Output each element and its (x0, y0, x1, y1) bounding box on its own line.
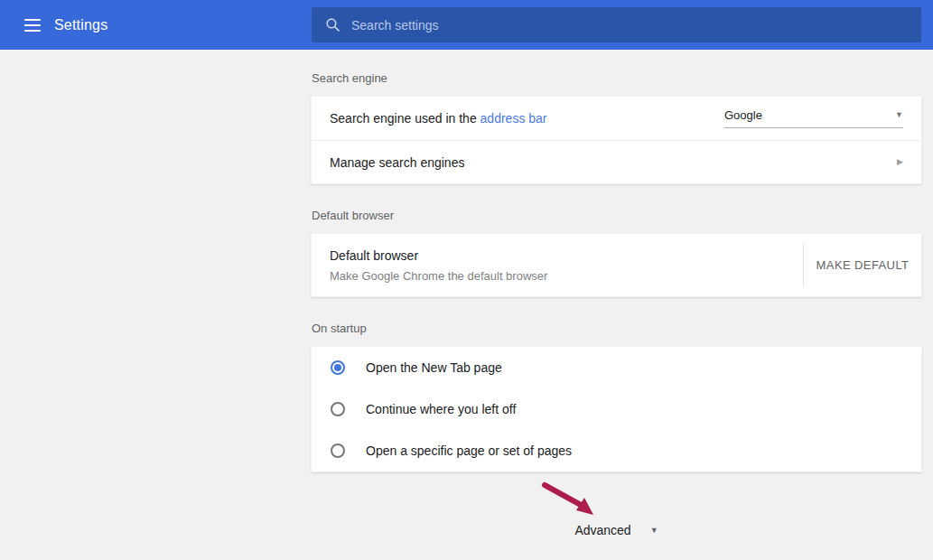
hamburger-menu-icon[interactable] (24, 19, 41, 32)
radio-label: Open the New Tab page (366, 360, 502, 375)
section-heading-default-browser: Default browser (311, 209, 922, 222)
radio-button-icon[interactable] (331, 360, 345, 375)
row-manage-search-engines[interactable]: Manage search engines ▶ (312, 140, 921, 183)
search-settings-input[interactable] (351, 18, 857, 33)
settings-toolbar: Settings (0, 0, 933, 50)
settings-content: Search engine Search engine used in the … (311, 50, 922, 537)
radio-option-continue-left-off[interactable]: Continue where you left off (312, 388, 921, 430)
row-label: Manage search engines (330, 155, 464, 170)
radio-label: Open a specific page or set of pages (366, 443, 572, 458)
radio-option-open-specific-pages[interactable]: Open a specific page or set of pages (312, 430, 921, 471)
chevron-down-icon: ▼ (650, 527, 658, 535)
radio-label: Continue where you left off (366, 402, 516, 416)
advanced-label: Advanced (574, 523, 630, 537)
default-browser-card: Default browser Make Google Chrome the d… (311, 233, 922, 297)
search-engine-card: Search engine used in the address bar Go… (311, 96, 922, 184)
row-search-engine-address-bar[interactable]: Search engine used in the address bar Go… (312, 97, 921, 140)
make-default-button[interactable]: MAKE DEFAULT (804, 258, 921, 272)
section-default-browser: Default browser Default browser Make Goo… (311, 209, 922, 297)
search-icon (325, 17, 341, 33)
row-default-browser: Default browser Make Google Chrome the d… (312, 234, 921, 296)
settings-search-box[interactable] (312, 7, 921, 42)
default-browser-text: Default browser Make Google Chrome the d… (330, 248, 547, 283)
subpage-arrow-icon: ▶ (897, 158, 903, 166)
address-bar-link[interactable]: address bar (480, 111, 547, 126)
section-search-engine: Search engine Search engine used in the … (311, 71, 922, 184)
annotation-arrow (527, 478, 609, 525)
dropdown-selected-value: Google (724, 108, 762, 122)
row-label: Search engine used in the address bar (330, 111, 547, 126)
chevron-down-icon: ▼ (895, 111, 903, 119)
page-title: Settings (54, 17, 107, 33)
section-heading-search-engine: Search engine (311, 71, 922, 85)
section-on-startup: On startup Open the New Tab page Continu… (311, 322, 922, 472)
radio-option-open-new-tab[interactable]: Open the New Tab page (312, 347, 921, 388)
radio-button-icon[interactable] (331, 402, 345, 416)
default-browser-title: Default browser (330, 248, 547, 263)
advanced-expander[interactable]: Advanced ▼ (311, 523, 922, 537)
radio-button-icon[interactable] (331, 443, 345, 458)
default-browser-subtitle: Make Google Chrome the default browser (330, 269, 547, 283)
section-heading-on-startup: On startup (311, 322, 922, 335)
search-engine-dropdown[interactable]: Google ▼ (724, 108, 903, 128)
on-startup-card: Open the New Tab page Continue where you… (311, 346, 922, 472)
